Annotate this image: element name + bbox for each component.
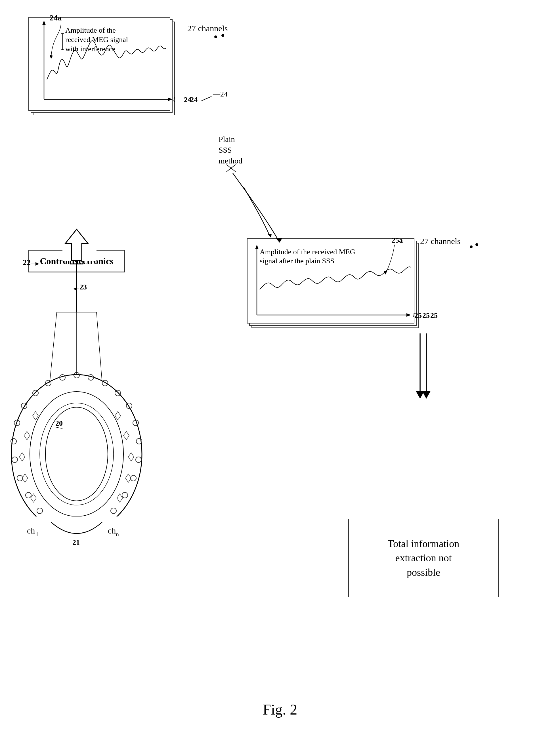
svg-point-42 xyxy=(88,374,94,380)
ref-21: 21 xyxy=(73,538,80,547)
chn-label: ch xyxy=(108,526,116,535)
svg-marker-65 xyxy=(123,431,129,440)
svg-point-53 xyxy=(133,420,139,426)
svg-point-46 xyxy=(14,420,20,426)
info-extraction-label: Total informationextraction notpossible xyxy=(388,536,459,580)
svg-point-25 xyxy=(475,243,478,246)
svg-line-15 xyxy=(229,162,233,165)
svg-marker-61 xyxy=(19,453,25,461)
svg-marker-64 xyxy=(115,411,121,420)
ref-25c: 25 xyxy=(430,311,438,320)
svg-point-54 xyxy=(136,439,142,444)
svg-point-55 xyxy=(136,457,141,463)
svg-point-50 xyxy=(25,492,31,498)
info-extraction-box: Total informationextraction notpossible xyxy=(348,519,499,597)
svg-marker-68 xyxy=(117,494,123,502)
svg-point-39 xyxy=(60,374,65,380)
svg-marker-16 xyxy=(69,238,84,247)
svg-rect-27 xyxy=(417,338,430,355)
svg-line-70 xyxy=(97,312,102,383)
svg-text:1: 1 xyxy=(36,531,39,538)
svg-rect-85 xyxy=(213,130,275,187)
control-electronics-label: Control electronics xyxy=(40,256,113,266)
svg-point-58 xyxy=(111,508,116,514)
svg-point-43 xyxy=(102,380,108,386)
svg-point-9 xyxy=(214,36,217,38)
svg-text:SSS: SSS xyxy=(219,146,232,155)
svg-text:method: method xyxy=(219,156,242,165)
svg-point-33 xyxy=(30,392,123,516)
ref-23: 23 xyxy=(79,283,87,291)
channels-27-top: 27 channels xyxy=(187,24,228,33)
svg-marker-76 xyxy=(420,394,427,402)
plain-sss-label: Plain xyxy=(221,135,238,144)
svg-point-57 xyxy=(122,492,128,498)
svg-line-69 xyxy=(50,312,57,383)
svg-point-34 xyxy=(40,403,114,505)
svg-point-44 xyxy=(115,390,121,396)
svg-line-89 xyxy=(226,165,236,172)
ref-25b: 25 xyxy=(422,311,430,320)
svg-marker-67 xyxy=(125,474,131,483)
svg-marker-83 xyxy=(416,391,424,399)
svg-text:n: n xyxy=(116,531,119,538)
svg-marker-59 xyxy=(33,411,38,420)
svg-point-24 xyxy=(470,245,473,248)
svg-marker-75 xyxy=(420,390,427,397)
svg-marker-84 xyxy=(422,391,431,399)
svg-marker-62 xyxy=(22,474,28,483)
svg-marker-60 xyxy=(24,431,30,440)
channels-27-mid: 27 channels xyxy=(420,237,460,246)
svg-marker-66 xyxy=(128,453,134,461)
svg-text:SSS: SSS xyxy=(221,145,235,154)
svg-point-45 xyxy=(21,403,27,409)
control-electronics-box: Control electronics xyxy=(28,250,125,272)
ch1-label: ch xyxy=(27,526,35,535)
svg-point-40 xyxy=(45,380,51,386)
svg-point-51 xyxy=(37,508,43,514)
svg-text:method: method xyxy=(221,155,245,163)
card-mid-front xyxy=(247,238,414,324)
plain-sss-text: Plain xyxy=(219,135,235,144)
svg-rect-80 xyxy=(409,328,451,413)
ref-24a: 24 xyxy=(184,96,191,104)
top-signal-stack xyxy=(28,17,176,119)
svg-line-14 xyxy=(227,163,233,165)
svg-marker-13 xyxy=(268,234,272,238)
svg-rect-35 xyxy=(6,516,147,550)
card-front xyxy=(28,17,170,111)
svg-point-32 xyxy=(11,374,142,533)
svg-point-10 xyxy=(221,34,224,37)
svg-marker-63 xyxy=(31,494,36,502)
figure-caption: Fig. 2 xyxy=(263,701,297,718)
svg-point-56 xyxy=(131,475,136,481)
svg-point-48 xyxy=(12,457,18,463)
svg-point-47 xyxy=(11,439,17,444)
ref-24b: 24 xyxy=(190,96,198,104)
svg-marker-79 xyxy=(425,394,433,402)
svg-point-38 xyxy=(74,372,79,378)
ref-24-arrow: —24 xyxy=(213,90,228,98)
svg-marker-30 xyxy=(73,287,77,290)
svg-point-52 xyxy=(126,403,132,409)
svg-rect-37 xyxy=(45,516,108,545)
svg-point-36 xyxy=(45,407,108,501)
svg-line-88 xyxy=(226,165,236,172)
svg-marker-78 xyxy=(425,390,433,397)
ref-20: 20 xyxy=(55,419,63,427)
mid-signal-stack xyxy=(247,238,423,335)
svg-point-41 xyxy=(33,390,38,396)
svg-point-49 xyxy=(17,475,23,481)
